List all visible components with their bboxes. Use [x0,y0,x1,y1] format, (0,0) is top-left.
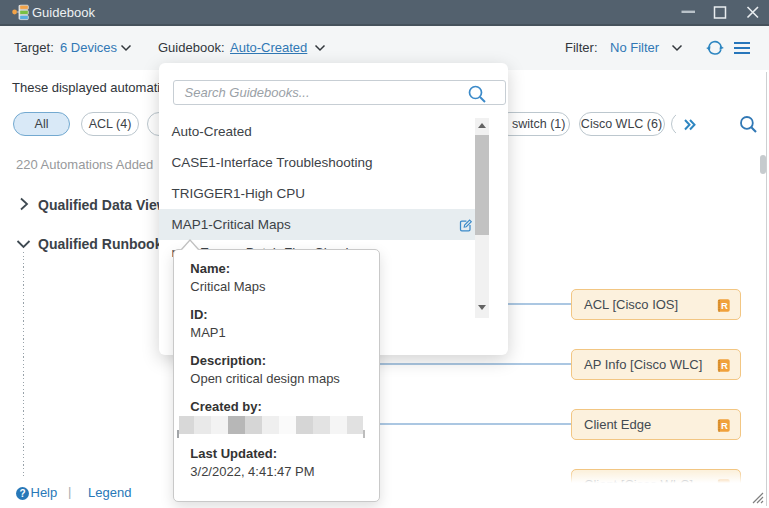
svg-text:R: R [721,420,728,431]
svg-text:R: R [721,360,728,371]
svg-text:?: ? [19,488,25,499]
svg-text:R: R [721,300,728,311]
